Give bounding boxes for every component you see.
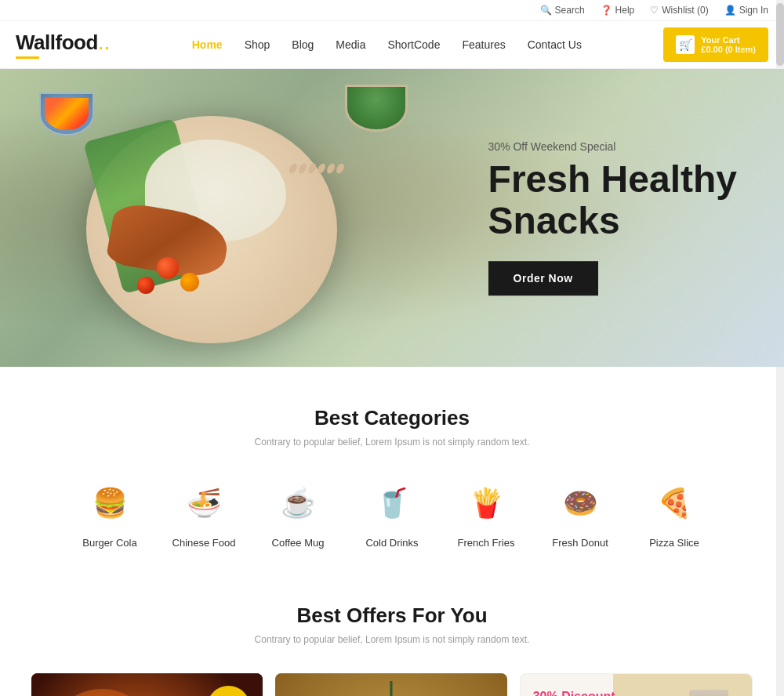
nav-shortcode[interactable]: ShortCode: [377, 34, 452, 56]
chinese-food-icon: 🍜: [176, 476, 231, 531]
cold-drinks-label: Cold Drinks: [365, 537, 418, 549]
cherry-bowl-visual: [39, 92, 94, 136]
cart-icon: 🛒: [676, 35, 695, 54]
tomato-3: [137, 277, 154, 294]
help-icon: ❓: [601, 5, 612, 16]
logo-dots: ..: [98, 31, 111, 53]
chinese-food-label: Chinese Food: [172, 537, 236, 549]
breakfast-discount: 30% Discount: [533, 690, 666, 696]
coffee-mug-label: Coffee Mug: [272, 537, 325, 549]
main-nav: Home Shop Blog Media ShortCode Features …: [181, 34, 593, 56]
hero-cta-button[interactable]: Order Now: [488, 261, 598, 295]
herb-bowl: [345, 85, 408, 132]
logo-underline: [16, 56, 39, 59]
category-pizza-slice[interactable]: 🍕 Pizza Slice: [635, 476, 713, 549]
coffee-mug-icon: ☕: [270, 476, 325, 531]
burger-cola-label: Burger Cola: [82, 537, 136, 549]
nav-blog[interactable]: Blog: [281, 34, 325, 56]
search-label: Search: [555, 5, 585, 16]
cart-info: Your Cart £0.00 (0 Item): [701, 35, 756, 54]
heart-icon: ♡: [650, 5, 659, 16]
cold-drinks-icon: 🥤: [365, 476, 419, 531]
cherry-tomatoes-bowl: [39, 92, 94, 136]
hero-badge: 30% Off Weekend Special: [488, 140, 737, 153]
user-icon: 👤: [724, 5, 736, 16]
offers-section: Best Offers For You Contrary to popular …: [0, 572, 784, 696]
offers-grid: 30% Save Weekend Special Italian Veg Piz…: [31, 673, 753, 696]
french-fries-label: French Fries: [458, 537, 515, 549]
offers-subtitle: Contrary to popular belief, Lorem Ipsum …: [31, 634, 753, 645]
category-cold-drinks[interactable]: 🥤 Cold Drinks: [353, 476, 431, 549]
offer-card-burger[interactable]: [275, 673, 506, 696]
top-bar: 🔍 Search ❓ Help ♡ Wishlist (0) 👤 Sign In: [0, 0, 784, 21]
nav-contact-us[interactable]: Contact Us: [517, 34, 593, 56]
pizza-slice-icon: 🍕: [647, 476, 702, 531]
burger-stick: [390, 681, 392, 696]
wishlist-topbar[interactable]: ♡ Wishlist (0): [650, 5, 708, 16]
help-topbar[interactable]: ❓ Help: [601, 5, 635, 16]
category-coffee-mug[interactable]: ☕ Coffee Mug: [259, 476, 337, 549]
offers-title: Best Offers For You: [31, 604, 753, 628]
signin-label: Sign In: [739, 5, 768, 16]
search-icon: 🔍: [540, 5, 552, 16]
hero-title: Fresh Healthy Snacks: [488, 159, 737, 242]
category-chinese-food[interactable]: 🍜 Chinese Food: [165, 476, 243, 549]
logo[interactable]: Wallfood ..: [16, 31, 110, 59]
fresh-donut-label: Fresh Donut: [552, 537, 608, 549]
cart-price: £0.00 (0 Item): [701, 45, 756, 54]
coffee-cup: [689, 690, 728, 696]
offer-card-pizza[interactable]: 30% Save Weekend Special Italian Veg Piz…: [31, 673, 263, 696]
logo-text: Wallfood: [16, 31, 98, 55]
nav-shop[interactable]: Shop: [234, 34, 281, 56]
category-french-fries[interactable]: 🍟 French Fries: [447, 476, 525, 549]
search-topbar[interactable]: 🔍 Search: [540, 5, 585, 16]
categories-grid: 🍔 Burger Cola 🍜 Chinese Food ☕ Coffee Mu…: [31, 476, 753, 549]
hero-content: 30% Off Weekend Special Fresh Healthy Sn…: [488, 140, 737, 295]
signin-topbar[interactable]: 👤 Sign In: [724, 5, 768, 16]
offer-card-breakfast[interactable]: 30% Discount Healthy Breakfast Oder Now: [520, 673, 753, 696]
nav-features[interactable]: Features: [451, 34, 516, 56]
breakfast-text-block: 30% Discount Healthy Breakfast Oder Now: [533, 690, 666, 696]
pizza-slice-label: Pizza Slice: [649, 537, 699, 549]
burger-cola-icon: 🍔: [82, 476, 137, 531]
nuts: [290, 163, 353, 174]
tomato-2: [180, 273, 199, 292]
categories-section: Best Categories Contrary to popular beli…: [0, 367, 784, 572]
french-fries-icon: 🍟: [459, 476, 514, 531]
tomato-1: [157, 257, 179, 279]
hero-section: 30% Off Weekend Special Fresh Healthy Sn…: [0, 69, 784, 367]
header: Wallfood .. Home Shop Blog Media ShortCo…: [0, 21, 784, 69]
help-label: Help: [615, 5, 635, 16]
fresh-donut-icon: 🍩: [553, 476, 608, 531]
cart-label: Your Cart: [701, 35, 739, 45]
categories-subtitle: Contrary to popular belief, Lorem Ipsum …: [31, 437, 753, 448]
scrollbar-thumb[interactable]: [776, 3, 784, 66]
cart-button[interactable]: 🛒 Your Cart £0.00 (0 Item): [663, 27, 768, 62]
category-fresh-donut[interactable]: 🍩 Fresh Donut: [541, 476, 619, 549]
wishlist-label: Wishlist (0): [662, 5, 708, 16]
categories-title: Best Categories: [31, 406, 753, 430]
nav-media[interactable]: Media: [325, 34, 376, 56]
category-burger-cola[interactable]: 🍔 Burger Cola: [71, 476, 149, 549]
nav-home[interactable]: Home: [181, 34, 234, 56]
